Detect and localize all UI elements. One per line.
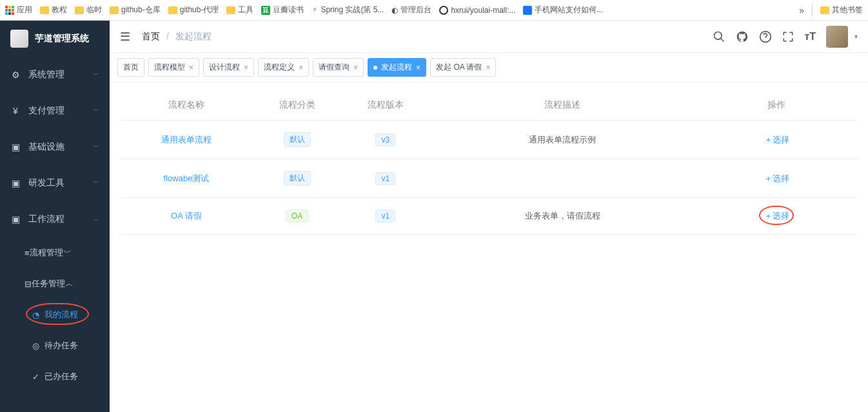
sidebar-item-payment[interactable]: ¥支付管理﹀ xyxy=(0,93,110,129)
sidebar-item-infra[interactable]: ▣基础设施﹀ xyxy=(0,129,110,165)
tabs-bar: 首页 流程模型× 设计流程× 流程定义× 请假查询× 发起流程× 发起 OA 请… xyxy=(110,53,868,83)
hamburger-icon[interactable]: ☰ xyxy=(120,30,130,44)
svg-point-0 xyxy=(715,32,722,39)
douban-icon: 豆 xyxy=(261,6,270,15)
topbar: ☰ 首页 / 发起流程 тT ▾ xyxy=(110,21,868,53)
fullscreen-icon[interactable] xyxy=(782,31,794,43)
tab-start-oa-leave[interactable]: 发起 OA 请假× xyxy=(430,58,496,77)
chevron-down-icon: ﹀ xyxy=(63,247,72,259)
caret-down-icon[interactable]: ▾ xyxy=(854,33,858,40)
close-icon[interactable]: × xyxy=(486,63,490,72)
bookmark-link[interactable]: 手机网站支付如何... xyxy=(523,5,603,15)
close-icon[interactable]: × xyxy=(189,63,193,72)
module-icon: ▣ xyxy=(10,214,21,224)
apps-icon xyxy=(5,6,14,15)
github-icon[interactable] xyxy=(736,30,749,43)
bookmark-folder[interactable]: github-代理 xyxy=(168,5,219,15)
process-name-link[interactable]: 通用表单流程 xyxy=(161,135,212,144)
th-version: 流程版本 xyxy=(341,90,429,121)
bookmark-label: github-代理 xyxy=(180,5,219,15)
version-tag: v3 xyxy=(375,133,395,146)
tab-process-def[interactable]: 流程定义× xyxy=(258,58,309,77)
select-button[interactable]: ＋选择 xyxy=(764,211,789,221)
brand: 芋道管理系统 xyxy=(0,21,110,57)
sidebar-sub-process-mgmt[interactable]: ≡流程管理﹀ xyxy=(0,237,110,268)
close-icon[interactable]: × xyxy=(244,63,248,72)
bookmark-label: hxrui/youlai-mall:... xyxy=(451,6,515,15)
task-icon: ⊟ xyxy=(25,279,32,289)
brand-title: 芋道管理系统 xyxy=(35,33,89,44)
avatar[interactable] xyxy=(826,26,848,48)
close-icon[interactable]: × xyxy=(299,63,303,72)
bookmark-folder[interactable]: 临时 xyxy=(75,5,102,15)
table-header-row: 流程名称 流程分类 流程版本 流程描述 操作 xyxy=(120,90,858,121)
circle-icon: ◎ xyxy=(32,341,39,351)
bookmark-label: Spring 实战(第 5... xyxy=(321,5,384,15)
sidebar-label: 支付管理 xyxy=(28,105,64,117)
bookmark-link[interactable]: hxrui/youlai-mall:... xyxy=(439,6,515,15)
check-icon: ✓ xyxy=(32,372,39,382)
other-bookmarks[interactable]: 其他书签 xyxy=(820,5,863,15)
th-category: 流程分类 xyxy=(253,90,341,121)
chevron-up-icon: ︿ xyxy=(65,278,74,289)
tab-process-model[interactable]: 流程模型× xyxy=(148,58,199,77)
sidebar-item-system[interactable]: ⚙系统管理﹀ xyxy=(0,57,110,93)
sidebar-my-process[interactable]: ◔我的流程 xyxy=(0,299,110,330)
sidebar-label: 任务管理 xyxy=(32,278,65,289)
sidebar: 芋道管理系统 ⚙系统管理﹀ ¥支付管理﹀ ▣基础设施﹀ ▣研发工具﹀ ▣工作流程… xyxy=(0,21,110,412)
sidebar-item-workflow[interactable]: ▣工作流程︿ xyxy=(0,201,110,237)
bookmark-folder[interactable]: 工具 xyxy=(226,5,253,15)
breadcrumb-home[interactable]: 首页 xyxy=(142,31,160,41)
bookmark-link[interactable]: 豆豆瓣读书 xyxy=(261,5,304,15)
tab-design-process[interactable]: 设计流程× xyxy=(203,58,254,77)
search-icon[interactable] xyxy=(713,30,725,43)
bookmark-folder[interactable]: 教程 xyxy=(40,5,67,15)
bookmark-label: 其他书签 xyxy=(832,5,863,15)
category-tag: OA xyxy=(286,210,308,222)
tab-label: 首页 xyxy=(123,62,139,73)
process-icon: ◔ xyxy=(32,310,39,320)
sidebar-done-task[interactable]: ✓已办任务 xyxy=(0,361,110,392)
tab-start-process[interactable]: 发起流程× xyxy=(368,58,426,77)
tab-leave-query[interactable]: 请假查询× xyxy=(313,58,364,77)
close-icon[interactable]: × xyxy=(416,63,420,72)
chevron-down-icon: ﹀ xyxy=(93,179,99,188)
module-icon: ▣ xyxy=(10,142,21,152)
yen-icon: ¥ xyxy=(10,106,21,116)
close-icon[interactable]: × xyxy=(353,63,358,72)
bookmark-link[interactable]: 〃Spring 实战(第 5... xyxy=(311,5,384,15)
more-bookmarks[interactable]: » xyxy=(799,5,804,15)
gear-icon: ⚙ xyxy=(10,70,21,80)
category-tag: 默认 xyxy=(284,132,311,147)
sidebar-todo-task[interactable]: ◎待办任务 xyxy=(0,330,110,361)
tab-label: 发起流程 xyxy=(381,62,412,73)
sidebar-sub-task-mgmt[interactable]: ⊟任务管理︿ xyxy=(0,268,110,299)
font-size-icon[interactable]: тT xyxy=(804,31,816,43)
bookmark-link[interactable]: ◐管理后台 xyxy=(391,5,431,15)
apps-button[interactable]: 应用 xyxy=(5,5,32,15)
sidebar-label: 基础设施 xyxy=(28,141,64,153)
github-icon xyxy=(439,6,448,15)
desc-cell: 通用表单流程示例 xyxy=(429,121,695,159)
topbar-actions: тT ▾ xyxy=(713,26,858,48)
help-icon[interactable] xyxy=(759,30,772,43)
tab-label: 请假查询 xyxy=(319,62,350,73)
sidebar-item-dev[interactable]: ▣研发工具﹀ xyxy=(0,165,110,201)
tab-label: 流程定义 xyxy=(264,62,295,73)
bookmark-folder[interactable]: github-仓库 xyxy=(110,5,161,15)
breadcrumb-current: 发起流程 xyxy=(175,31,212,41)
bookmark-label: 豆瓣读书 xyxy=(273,5,304,15)
bookmark-label: 工具 xyxy=(238,5,253,15)
tab-home[interactable]: 首页 xyxy=(117,58,144,77)
select-button[interactable]: ＋选择 xyxy=(764,173,789,183)
folder-icon xyxy=(226,6,235,14)
select-button[interactable]: ＋选择 xyxy=(764,135,789,144)
module-icon: ▣ xyxy=(10,178,21,188)
th-action: 操作 xyxy=(695,90,858,121)
process-name-link[interactable]: OA 请假 xyxy=(171,211,202,221)
breadcrumb-sep: / xyxy=(166,31,169,41)
bookmark-label: 教程 xyxy=(52,5,67,15)
table-row: 通用表单流程 默认 v3 通用表单流程示例 ＋选择 xyxy=(120,121,858,159)
version-tag: v1 xyxy=(375,172,395,185)
process-name-link[interactable]: flowabe测试 xyxy=(164,173,210,183)
